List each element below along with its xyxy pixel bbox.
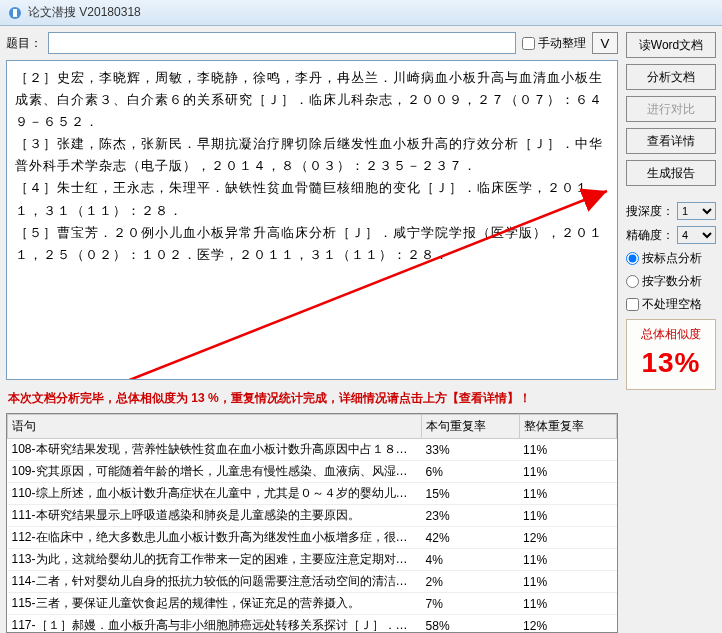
table-cell: 12% — [519, 527, 616, 549]
depth-label: 搜深度： — [626, 203, 674, 220]
table-cell: 115-三者，要保证儿童饮食起居的规律性，保证充足的营养摄入。 — [8, 593, 422, 615]
ref-line: ［５］曹宝芳．２０例小儿血小板异常升高临床分析［Ｊ］．咸宁学院学报（医学版），２… — [15, 222, 609, 266]
table-row[interactable]: 115-三者，要保证儿童饮食起居的规律性，保证充足的营养摄入。7%11% — [8, 593, 617, 615]
table-cell: 12% — [519, 615, 616, 634]
table-cell: 112-在临床中，绝大多数患儿血小板计数升高为继发性血小板增多症，很少出现症状，… — [8, 527, 422, 549]
table-cell: 11% — [519, 461, 616, 483]
precision-label: 精确度： — [626, 227, 674, 244]
v-button[interactable]: V — [592, 32, 618, 54]
table-cell: 33% — [422, 439, 519, 461]
table-cell: 117-［１］郝嫚．血小板升高与非小细胞肺癌远处转移关系探讨［Ｊ］．中国医学创新… — [8, 615, 422, 634]
table-row[interactable]: 114-二者，针对婴幼儿自身的抵抗力较低的问题需要注意活动空间的清洁和除菌，防止… — [8, 571, 617, 593]
table-row[interactable]: 117-［１］郝嫚．血小板升高与非小细胞肺癌远处转移关系探讨［Ｊ］．中国医学创新… — [8, 615, 617, 634]
no-space-label: 不处理空格 — [642, 296, 702, 313]
table-cell: 113-为此，这就给婴幼儿的抚育工作带来一定的困难，主要应注意定期对婴幼儿进行常… — [8, 549, 422, 571]
table-row[interactable]: 111-本研究结果显示上呼吸道感染和肺炎是儿童感染的主要原因。23%11% — [8, 505, 617, 527]
ref-line: ［４］朱士红，王永志，朱理平．缺铁性贫血骨髓巨核细胞的变化［Ｊ］．临床医学，２０… — [15, 177, 609, 221]
table-cell: 110-综上所述，血小板计数升高症状在儿童中，尤其是０～４岁的婴幼儿间较为常见，… — [8, 483, 422, 505]
table-cell: 58% — [422, 615, 519, 634]
col-sentence[interactable]: 语句 — [8, 415, 422, 439]
analyze-button[interactable]: 分析文档 — [626, 64, 716, 90]
status-message: 本次文档分析完毕，总体相似度为 13 %，重复情况统计完成，详细情况请点击上方【… — [8, 390, 618, 407]
table-cell: 4% — [422, 549, 519, 571]
ref-line: ［３］张建，陈杰，张新民．早期抗凝治疗脾切除后继发性血小板升高的疗效分析［Ｊ］．… — [15, 133, 609, 177]
table-cell: 7% — [422, 593, 519, 615]
similarity-box: 总体相似度 13% — [626, 319, 716, 390]
details-button[interactable]: 查看详情 — [626, 128, 716, 154]
title-bar: 论文潜搜 V20180318 — [0, 0, 722, 26]
table-row[interactable]: 109-究其原因，可能随着年龄的增长，儿童患有慢性感染、血液病、风湿及结缔组织疾… — [8, 461, 617, 483]
window-title: 论文潜搜 V20180318 — [28, 4, 141, 21]
topic-input[interactable] — [48, 32, 516, 54]
results-table-wrap[interactable]: 语句 本句重复率 整体重复率 108-本研究结果发现，营养性缺铁性贫血在血小板计… — [6, 413, 618, 633]
table-row[interactable]: 112-在临床中，绝大多数患儿血小板计数升高为继发性血小板增多症，很少出现症状，… — [8, 527, 617, 549]
manual-checkbox[interactable] — [522, 37, 535, 50]
svg-rect-1 — [13, 9, 17, 17]
table-cell: 42% — [422, 527, 519, 549]
table-cell: 111-本研究结果显示上呼吸道感染和肺炎是儿童感染的主要原因。 — [8, 505, 422, 527]
no-space-checkbox[interactable] — [626, 298, 639, 311]
results-table: 语句 本句重复率 整体重复率 108-本研究结果发现，营养性缺铁性贫血在血小板计… — [7, 414, 617, 633]
col-sent-rate[interactable]: 本句重复率 — [422, 415, 519, 439]
references-textarea[interactable]: ［２］史宏，李晓辉，周敏，李晓静，徐鸣，李丹，冉丛兰．川崎病血小板升高与血清血小… — [6, 60, 618, 380]
read-word-button[interactable]: 读Word文档 — [626, 32, 716, 58]
ref-line: ［２］史宏，李晓辉，周敏，李晓静，徐鸣，李丹，冉丛兰．川崎病血小板升高与血清血小… — [15, 67, 609, 133]
table-cell: 108-本研究结果发现，营养性缺铁性贫血在血小板计数升高原因中占１８．６％，另外… — [8, 439, 422, 461]
table-cell: 11% — [519, 549, 616, 571]
table-row[interactable]: 110-综上所述，血小板计数升高症状在儿童中，尤其是０～４岁的婴幼儿间较为常见，… — [8, 483, 617, 505]
manual-checkbox-wrap[interactable]: 手动整理 — [522, 35, 586, 52]
by-chars-radio[interactable] — [626, 275, 639, 288]
table-cell: 6% — [422, 461, 519, 483]
by-punct-label: 按标点分析 — [642, 250, 702, 267]
similarity-label: 总体相似度 — [629, 326, 713, 343]
app-icon — [8, 6, 22, 20]
table-cell: 114-二者，针对婴幼儿自身的抵抗力较低的问题需要注意活动空间的清洁和除菌，防止… — [8, 571, 422, 593]
depth-select[interactable]: 1 — [677, 202, 716, 220]
by-chars-label: 按字数分析 — [642, 273, 702, 290]
table-cell: 109-究其原因，可能随着年龄的增长，儿童患有慢性感染、血液病、风湿及结缔组织疾… — [8, 461, 422, 483]
table-cell: 2% — [422, 571, 519, 593]
table-cell: 11% — [519, 439, 616, 461]
table-row[interactable]: 108-本研究结果发现，营养性缺铁性贫血在血小板计数升高原因中占１８．６％，另外… — [8, 439, 617, 461]
table-cell: 11% — [519, 505, 616, 527]
by-punct-radio-wrap[interactable]: 按标点分析 — [626, 250, 716, 267]
table-row[interactable]: 113-为此，这就给婴幼儿的抚育工作带来一定的困难，主要应注意定期对婴幼儿进行常… — [8, 549, 617, 571]
topic-label: 题目： — [6, 35, 42, 52]
manual-checkbox-label: 手动整理 — [538, 35, 586, 52]
similarity-value: 13% — [629, 347, 713, 379]
table-cell: 11% — [519, 483, 616, 505]
col-total-rate[interactable]: 整体重复率 — [519, 415, 616, 439]
by-punct-radio[interactable] — [626, 252, 639, 265]
table-cell: 15% — [422, 483, 519, 505]
no-space-check-wrap[interactable]: 不处理空格 — [626, 296, 716, 313]
table-cell: 11% — [519, 593, 616, 615]
table-cell: 11% — [519, 571, 616, 593]
compare-button: 进行对比 — [626, 96, 716, 122]
table-cell: 23% — [422, 505, 519, 527]
report-button[interactable]: 生成报告 — [626, 160, 716, 186]
by-chars-radio-wrap[interactable]: 按字数分析 — [626, 273, 716, 290]
precision-select[interactable]: 4 — [677, 226, 716, 244]
